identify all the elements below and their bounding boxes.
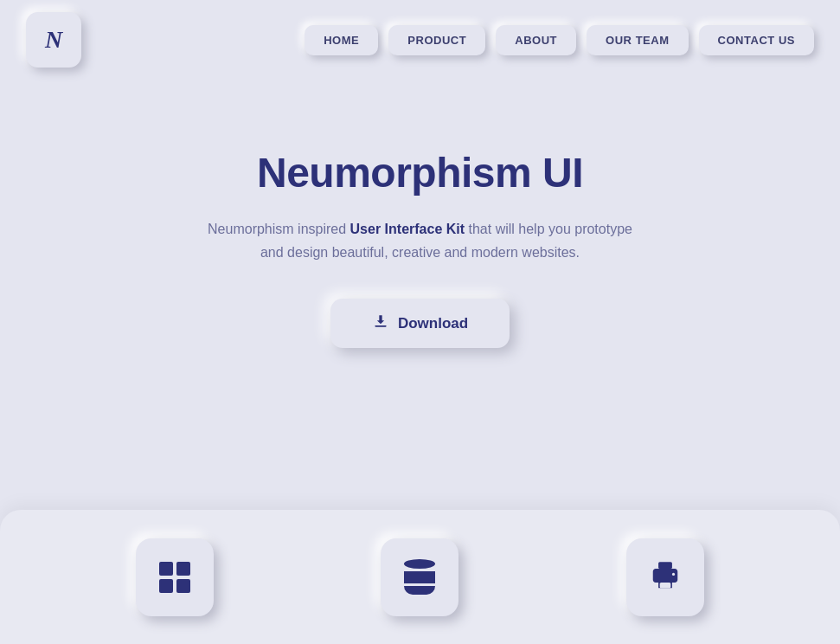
- hero-subtitle: Neumorphism inspired User Interface Kit …: [161, 217, 680, 264]
- db-bottom: [404, 586, 435, 595]
- db-middle: [404, 571, 435, 583]
- bottom-section: [0, 510, 840, 644]
- grid-square-1: [159, 562, 173, 576]
- download-label: Download: [398, 315, 468, 332]
- hero-section: Neumorphism UI Neumorphism inspired User…: [0, 80, 840, 400]
- svg-rect-1: [658, 562, 672, 569]
- hero-subtitle-pre: Neumorphism inspired: [208, 222, 350, 236]
- download-button[interactable]: Download: [330, 299, 510, 348]
- database-icon-card: [381, 538, 458, 616]
- db-top: [404, 559, 435, 569]
- svg-point-3: [672, 572, 675, 575]
- grid-square-3: [159, 579, 173, 593]
- grid-icon-card: [136, 538, 214, 616]
- nav-product[interactable]: PRODUCT: [388, 25, 485, 55]
- grid-icon: [159, 562, 190, 593]
- nav-contact-us[interactable]: CONTACT US: [699, 25, 814, 55]
- navbar: N HOME PRODUCT ABOUT OUR TEAM CONTACT US: [0, 0, 840, 80]
- hero-title: Neumorphism UI: [17, 149, 823, 196]
- database-icon: [404, 559, 435, 595]
- hero-subtitle-bold: User Interface Kit: [350, 222, 465, 236]
- download-icon: [372, 312, 389, 334]
- nav-links: HOME PRODUCT ABOUT OUR TEAM CONTACT US: [305, 25, 814, 55]
- logo-box[interactable]: N: [26, 12, 81, 68]
- nav-about[interactable]: ABOUT: [496, 25, 576, 55]
- nav-our-team[interactable]: OUR TEAM: [587, 25, 689, 55]
- logo-letter: N: [45, 26, 62, 54]
- nav-home[interactable]: HOME: [305, 25, 378, 55]
- printer-icon: [649, 559, 682, 596]
- grid-square-2: [176, 562, 190, 576]
- svg-rect-2: [660, 582, 671, 587]
- printer-icon-card: [626, 538, 704, 616]
- grid-square-4: [176, 579, 190, 593]
- svg-rect-0: [375, 325, 386, 327]
- page-background: N HOME PRODUCT ABOUT OUR TEAM CONTACT US…: [0, 0, 840, 644]
